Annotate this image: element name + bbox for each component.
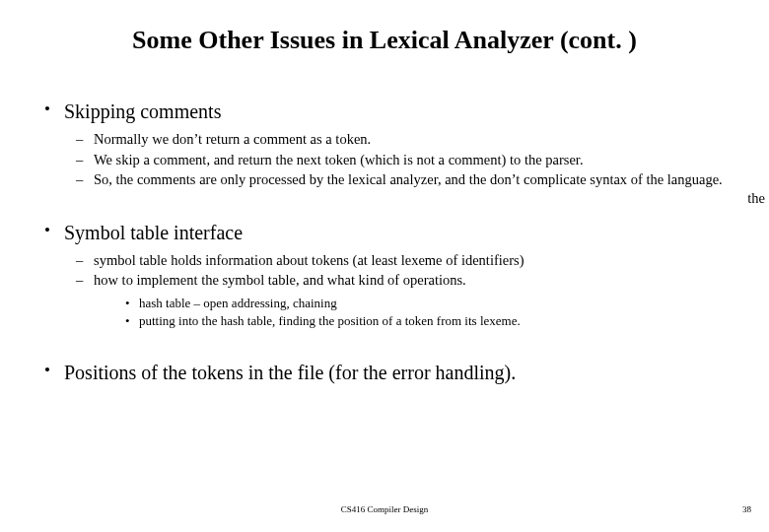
bullet-icon: • bbox=[125, 312, 139, 330]
overflow-trail-text: the bbox=[747, 190, 765, 207]
slide-content: • Skipping comments – Normally we don’t … bbox=[44, 99, 769, 415]
subsub-item: • hash table – open addressing, chaining bbox=[125, 295, 769, 312]
sub-item: – So, the comments are only processed by… bbox=[76, 170, 769, 190]
dash-icon: – bbox=[76, 251, 94, 271]
sub-text: Normally we don’t return a comment as a … bbox=[94, 130, 769, 150]
bullet-icon: • bbox=[125, 295, 139, 312]
sub-item: – We skip a comment, and return the next… bbox=[76, 151, 769, 170]
section-positions: • Positions of the tokens in the file (f… bbox=[44, 360, 769, 385]
sub-text: symbol table holds information about tok… bbox=[94, 251, 769, 271]
heading-row: • Positions of the tokens in the file (f… bbox=[44, 360, 769, 385]
heading-row: • Skipping comments bbox=[44, 99, 769, 124]
sub-text: We skip a comment, and return the next t… bbox=[94, 151, 769, 170]
bullet-icon: • bbox=[44, 360, 64, 381]
footer-center: CS416 Compiler Design bbox=[0, 504, 769, 514]
top-list: • Skipping comments – Normally we don’t … bbox=[44, 99, 769, 385]
sub-item: – how to implement the symbol table, and… bbox=[76, 271, 769, 291]
bullet-icon: • bbox=[44, 99, 64, 120]
sub-text: how to implement the symbol table, and w… bbox=[94, 271, 769, 291]
subsub-text: hash table – open addressing, chaining bbox=[139, 295, 769, 312]
slide: Some Other Issues in Lexical Analyzer (c… bbox=[0, 0, 769, 532]
sub-list: – Normally we don’t return a comment as … bbox=[44, 130, 769, 190]
subsub-item: • putting into the hash table, finding t… bbox=[125, 312, 769, 330]
heading-text: Positions of the tokens in the file (for… bbox=[64, 360, 769, 385]
bullet-icon: • bbox=[44, 220, 64, 241]
sub-list: – symbol table holds information about t… bbox=[44, 251, 769, 331]
section-symbol-table: • Symbol table interface – symbol table … bbox=[44, 220, 769, 331]
slide-title: Some Other Issues in Lexical Analyzer (c… bbox=[0, 26, 769, 55]
dash-icon: – bbox=[76, 170, 94, 190]
subsub-text: putting into the hash table, finding the… bbox=[139, 312, 769, 330]
sub-item: – symbol table holds information about t… bbox=[76, 251, 769, 271]
sub-text: So, the comments are only processed by t… bbox=[94, 170, 769, 190]
dash-icon: – bbox=[76, 130, 94, 150]
subsub-list: • hash table – open addressing, chaining… bbox=[76, 295, 769, 330]
heading-text: Symbol table interface bbox=[64, 220, 769, 245]
sub-item-nested: • hash table – open addressing, chaining… bbox=[76, 295, 769, 330]
heading-text: Skipping comments bbox=[64, 99, 769, 124]
section-skipping-comments: • Skipping comments – Normally we don’t … bbox=[44, 99, 769, 190]
heading-row: • Symbol table interface bbox=[44, 220, 769, 245]
dash-icon: – bbox=[76, 271, 94, 291]
dash-icon: – bbox=[76, 151, 94, 170]
footer-page-number: 38 bbox=[742, 504, 751, 514]
sub-item: – Normally we don’t return a comment as … bbox=[76, 130, 769, 150]
